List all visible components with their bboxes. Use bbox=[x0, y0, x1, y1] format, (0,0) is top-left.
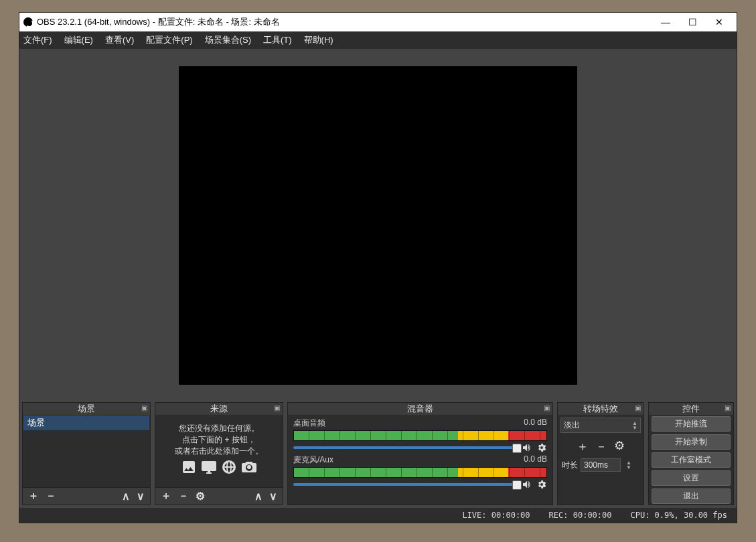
transition-selected-label: 淡出 bbox=[564, 420, 580, 431]
audio-meter bbox=[293, 430, 547, 441]
gear-icon[interactable] bbox=[536, 479, 547, 490]
mixer-track: 桌面音频 0.0 dB bbox=[293, 418, 547, 453]
audio-meter bbox=[293, 467, 547, 478]
scenes-list[interactable]: 场景 bbox=[23, 415, 150, 487]
settings-button[interactable]: 设置 bbox=[652, 470, 731, 486]
start-streaming-button[interactable]: 开始推流 bbox=[652, 416, 731, 432]
transition-properties-button[interactable]: ⚙ bbox=[614, 438, 625, 454]
status-live: LIVE: 00:00:00 bbox=[462, 511, 530, 520]
status-rec: REC: 00:00:00 bbox=[549, 511, 612, 520]
dock-scenes-header: 场景 ▣ bbox=[23, 403, 150, 415]
obs-logo-icon bbox=[23, 17, 33, 27]
titlebar: OBS 23.2.1 (64-bit, windows) - 配置文件: 未命名… bbox=[19, 13, 737, 31]
minimize-button[interactable]: ― bbox=[652, 13, 679, 31]
menu-view[interactable]: 查看(V) bbox=[105, 34, 134, 46]
statusbar: LIVE: 00:00:00 REC: 00:00:00 CPU: 0.9%, … bbox=[19, 508, 737, 523]
dock-transitions: 转场特效 ▣ 淡出 ▲▼ ＋ － ⚙ 时长 ▲▼ bbox=[557, 402, 644, 505]
image-icon bbox=[181, 459, 197, 475]
volume-slider[interactable] bbox=[293, 483, 518, 486]
menu-profile[interactable]: 配置文件(P) bbox=[146, 34, 192, 46]
preview-area bbox=[19, 49, 737, 402]
transition-select[interactable]: 淡出 ▲▼ bbox=[560, 418, 641, 433]
app-window: OBS 23.2.1 (64-bit, windows) - 配置文件: 未命名… bbox=[19, 12, 737, 523]
remove-transition-button[interactable]: － bbox=[595, 438, 607, 454]
remove-scene-button[interactable]: － bbox=[46, 489, 56, 503]
dock-mixer: 混音器 ▣ 桌面音频 0.0 dB bbox=[287, 402, 553, 505]
sources-msg-line: 点击下面的 + 按钮， bbox=[161, 434, 277, 446]
dock-controls-header: 控件 ▣ bbox=[649, 403, 733, 415]
menu-help[interactable]: 帮助(H) bbox=[304, 34, 333, 46]
undock-icon[interactable]: ▣ bbox=[725, 404, 731, 412]
speaker-icon[interactable] bbox=[522, 479, 532, 490]
dropdown-arrows-icon: ▲▼ bbox=[632, 421, 637, 430]
undock-icon[interactable]: ▣ bbox=[635, 404, 641, 412]
mixer-body: 桌面音频 0.0 dB 麦克风/Aux 0. bbox=[288, 415, 552, 492]
source-down-button[interactable]: ∨ bbox=[269, 490, 277, 503]
undock-icon[interactable]: ▣ bbox=[141, 404, 147, 412]
close-button[interactable]: ✕ bbox=[706, 13, 733, 31]
menu-scene-collection[interactable]: 场景集合(S) bbox=[205, 34, 251, 46]
exit-button[interactable]: 退出 bbox=[652, 488, 731, 504]
globe-icon bbox=[221, 459, 237, 475]
duration-input[interactable] bbox=[581, 458, 621, 472]
gear-icon[interactable] bbox=[536, 442, 547, 453]
track-name: 麦克风/Aux bbox=[293, 454, 333, 466]
dock-mixer-header: 混音器 ▣ bbox=[288, 403, 552, 415]
sources-msg-line: 您还没有添加任何源。 bbox=[161, 423, 277, 434]
sources-msg-line: 或者右击此处添加一个。 bbox=[161, 446, 277, 457]
source-properties-button[interactable]: ⚙ bbox=[196, 490, 205, 503]
spinner-arrows-icon[interactable]: ▲▼ bbox=[626, 460, 631, 470]
window-title: OBS 23.2.1 (64-bit, windows) - 配置文件: 未命名… bbox=[37, 16, 652, 28]
sources-list[interactable]: 您还没有添加任何源。 点击下面的 + 按钮， 或者右击此处添加一个。 bbox=[155, 415, 283, 487]
track-name: 桌面音频 bbox=[293, 418, 325, 429]
dock-transitions-header: 转场特效 ▣ bbox=[558, 403, 644, 415]
menu-file[interactable]: 文件(F) bbox=[23, 34, 52, 46]
start-recording-button[interactable]: 开始录制 bbox=[652, 434, 731, 450]
speaker-icon[interactable] bbox=[522, 442, 532, 453]
scene-down-button[interactable]: ∨ bbox=[137, 490, 145, 503]
camera-icon bbox=[241, 459, 257, 475]
menu-edit[interactable]: 编辑(E) bbox=[64, 34, 93, 46]
source-up-button[interactable]: ∧ bbox=[254, 490, 262, 503]
dock-controls: 控件 ▣ 开始推流 开始录制 工作室模式 设置 退出 bbox=[648, 402, 734, 505]
studio-mode-button[interactable]: 工作室模式 bbox=[652, 452, 731, 468]
menubar: 文件(F) 编辑(E) 查看(V) 配置文件(P) 场景集合(S) 工具(T) … bbox=[19, 31, 737, 49]
sources-empty-msg: 您还没有添加任何源。 点击下面的 + 按钮， 或者右击此处添加一个。 bbox=[155, 415, 283, 483]
status-cpu: CPU: 0.9%, 30.00 fps bbox=[631, 511, 728, 520]
dock-mixer-title: 混音器 bbox=[407, 403, 433, 415]
add-transition-button[interactable]: ＋ bbox=[577, 438, 589, 454]
sources-toolbar: ＋ － ⚙ ∧ ∨ bbox=[155, 487, 283, 505]
add-source-button[interactable]: ＋ bbox=[161, 489, 171, 503]
dock-sources-title: 来源 bbox=[210, 403, 228, 415]
dock-sources-header: 来源 ▣ bbox=[155, 403, 283, 415]
preview-canvas[interactable] bbox=[179, 66, 577, 385]
dock-scenes: 场景 ▣ 场景 ＋ － ∧ ∨ bbox=[22, 402, 151, 505]
volume-slider[interactable] bbox=[293, 446, 518, 449]
track-db: 0.0 dB bbox=[524, 418, 547, 429]
remove-source-button[interactable]: － bbox=[178, 489, 189, 503]
maximize-button[interactable]: ☐ bbox=[679, 13, 706, 31]
scene-item[interactable]: 场景 bbox=[23, 416, 149, 430]
undock-icon[interactable]: ▣ bbox=[274, 404, 280, 412]
dock-controls-title: 控件 bbox=[682, 403, 700, 415]
scene-up-button[interactable]: ∧ bbox=[122, 490, 130, 503]
dock-scenes-title: 场景 bbox=[78, 403, 95, 415]
duration-label: 时长 bbox=[562, 460, 578, 471]
dock-sources: 来源 ▣ 您还没有添加任何源。 点击下面的 + 按钮， 或者右击此处添加一个。 bbox=[155, 402, 283, 505]
menu-tools[interactable]: 工具(T) bbox=[263, 34, 292, 46]
scenes-toolbar: ＋ － ∧ ∨ bbox=[23, 487, 150, 505]
track-db: 0.0 dB bbox=[524, 454, 547, 466]
monitor-icon bbox=[201, 459, 217, 475]
dock-transitions-title: 转场特效 bbox=[583, 403, 618, 415]
add-scene-button[interactable]: ＋ bbox=[28, 489, 39, 503]
mixer-track: 麦克风/Aux 0.0 dB bbox=[293, 454, 547, 490]
docks-row: 场景 ▣ 场景 ＋ － ∧ ∨ 来源 ▣ 您还没有添加任何源。 bbox=[19, 402, 737, 508]
undock-icon[interactable]: ▣ bbox=[544, 404, 550, 412]
